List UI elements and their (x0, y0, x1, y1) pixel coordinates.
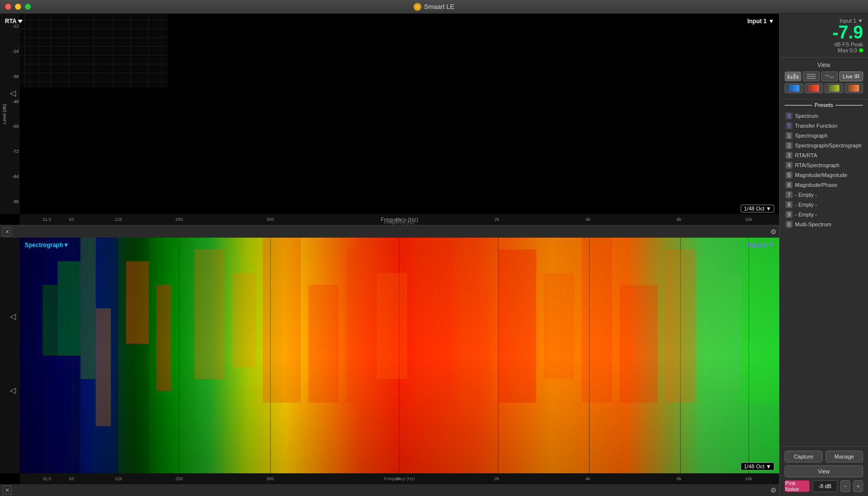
presets-section: Presets S Spectrum T Transfer Function 1… (780, 100, 868, 446)
color-btn-1[interactable] (785, 83, 803, 93)
preset-key-2: 2 (786, 142, 793, 149)
live-ir-button[interactable]: Live IR (839, 71, 863, 81)
max-dot (859, 48, 863, 52)
pink-noise-button[interactable]: Pink Noise (785, 480, 810, 492)
preset-key-6: 6 (786, 181, 793, 188)
spectro-input-label[interactable]: Input 1 ▼ (747, 242, 774, 248)
preset-name-spectrum: Spectrum (795, 113, 818, 119)
preset-key-s: S (786, 112, 793, 119)
level-number: -7.9 (832, 24, 863, 41)
preset-name-transfer: Transfer Function (795, 123, 837, 129)
spectro-divider: ✕ ⚙ (0, 484, 779, 496)
view-large-button[interactable]: View (785, 465, 863, 477)
color-btn-2[interactable] (805, 83, 824, 93)
capture-manage-row: Capture Manage (785, 451, 863, 462)
spectro-y-label (0, 238, 9, 473)
view-buttons-row-2 (785, 83, 863, 93)
bars-icon (788, 74, 798, 79)
red-color-swatch (808, 85, 819, 92)
preset-item-empty-7[interactable]: 7 - Empty - (785, 190, 863, 200)
scroll-arrow-left-2[interactable]: ◁ (10, 312, 16, 321)
db-increase-button[interactable]: + (853, 480, 863, 492)
preset-key-4: 4 (786, 162, 793, 169)
db-value-display: -8 dB (813, 480, 838, 492)
svg-rect-57 (807, 78, 816, 79)
view-buttons-row-1: Live IR (785, 71, 863, 81)
preset-item-mag-phase[interactable]: 6 Magnitude/Phase (785, 180, 863, 190)
manage-button[interactable]: Manage (826, 451, 864, 462)
spectro-label[interactable]: Spectrograph▼ (25, 242, 69, 248)
view-section: View (780, 58, 868, 100)
preset-line-left (785, 105, 812, 106)
close-rta-button[interactable]: ✕ (2, 227, 11, 236)
spectro-level-axis (9, 238, 20, 473)
close-spectro-button[interactable]: ✕ (2, 486, 11, 495)
app-icon (414, 3, 421, 11)
close-button[interactable] (5, 3, 11, 10)
db-decrease-button[interactable]: − (840, 480, 850, 492)
lines-icon (807, 73, 816, 80)
preset-key-0: 0 (786, 221, 793, 228)
rta-freq-ticks: 31.5 63 125 250 500 1k 2k 4k 8k 16k Freq… (20, 214, 779, 225)
preset-key-1: 1 (786, 132, 793, 139)
view-title: View (785, 62, 863, 69)
preset-name-mag-mag: Magnitude/Magnitude (795, 172, 847, 178)
preset-item-spectro-spectro[interactable]: 2 Spectrograph/Spectrograph (785, 141, 863, 150)
rta-oct-badge[interactable]: 1/48 Oct ▼ (741, 205, 774, 213)
spectro-oct-badge[interactable]: 1/48 Oct ▼ (741, 462, 774, 470)
color-btn-3[interactable] (825, 83, 843, 93)
preset-name-empty-7: - Empty - (795, 192, 817, 198)
main-layout: Level (dB) RTA Input 1 ▼ ◁ 1/48 Oct ▼ (0, 14, 868, 496)
minimize-button[interactable] (15, 3, 21, 10)
preset-line-right (835, 105, 863, 106)
preset-key-t: T (786, 122, 793, 129)
input-section: Input 1 ▼ -7.9 dB FS Peak Max 0.0 (780, 14, 868, 58)
bottom-right-controls: Capture Manage View Pink Noise -8 dB − + (780, 446, 868, 496)
preset-item-rta-spectro[interactable]: 4 RTA/Spectrograph (785, 160, 863, 170)
preset-item-spectrum[interactable]: S Spectrum (785, 111, 863, 121)
blue-color-swatch (789, 85, 799, 92)
presets-label: Presets (815, 102, 833, 108)
preset-item-mag-mag[interactable]: 5 Magnitude/Magnitude (785, 170, 863, 180)
view-btn-1[interactable] (785, 71, 801, 81)
svg-rect-56 (807, 76, 816, 77)
y-label-rta: Level (dB) (0, 14, 9, 214)
preset-item-transfer[interactable]: T Transfer Function (785, 121, 863, 131)
level-ticks: -12 -24 -36 -48 -60 -72 -84 -96 (9, 14, 20, 214)
level-display: -7.9 (785, 24, 863, 41)
capture-button[interactable]: Capture (785, 451, 823, 462)
preset-key-5: 5 (786, 172, 793, 178)
preset-item-empty-9[interactable]: 9 - Empty - (785, 210, 863, 219)
green-color-swatch (829, 85, 839, 92)
preset-item-multi[interactable]: 0 Multi-Spectrum (785, 219, 863, 229)
color-btn-4[interactable] (845, 83, 864, 93)
spectrograph-chart (20, 238, 779, 473)
svg-rect-54 (20, 238, 779, 473)
preset-item-spectrograph[interactable]: 1 Spectrograph (785, 131, 863, 141)
fs-peak-label: dB FS Peak (785, 41, 863, 47)
preset-item-rta-rta[interactable]: 3 RTA/RTA (785, 150, 863, 160)
rta-container: Level (dB) RTA Input 1 ▼ ◁ 1/48 Oct ▼ (0, 14, 779, 226)
wave-icon (825, 73, 834, 80)
rta-label[interactable]: RTA (5, 18, 23, 25)
orange-color-swatch (848, 85, 859, 92)
preset-name-spectro-spectro: Spectrograph/Spectrograph (795, 142, 862, 148)
preset-name-empty-9: - Empty - (795, 212, 817, 217)
scroll-arrow-left-1[interactable]: ◁ (10, 88, 16, 98)
rta-chart (20, 14, 168, 88)
presets-title-row: Presets (785, 102, 863, 108)
preset-key-8: 8 (786, 201, 793, 208)
view-btn-3[interactable] (821, 71, 838, 81)
preset-item-empty-8[interactable]: 8 - Empty - (785, 200, 863, 210)
scroll-arrow-left-3[interactable]: ◁ (10, 386, 16, 395)
view-btn-2[interactable] (803, 71, 820, 81)
spectro-settings-icon[interactable]: ⚙ (770, 486, 777, 494)
maximize-button[interactable] (25, 3, 31, 10)
chart-divider: ✕ ⚙ (0, 226, 779, 238)
settings-icon[interactable]: ⚙ (770, 228, 777, 236)
rta-input-label[interactable]: Input 1 ▼ (747, 18, 774, 25)
preset-name-mag-phase: Magnitude/Phase (795, 182, 837, 188)
preset-name-rta-rta: RTA/RTA (795, 152, 817, 158)
pink-noise-row: Pink Noise -8 dB − + (785, 480, 863, 492)
window-title: Smaart LE (414, 3, 454, 11)
